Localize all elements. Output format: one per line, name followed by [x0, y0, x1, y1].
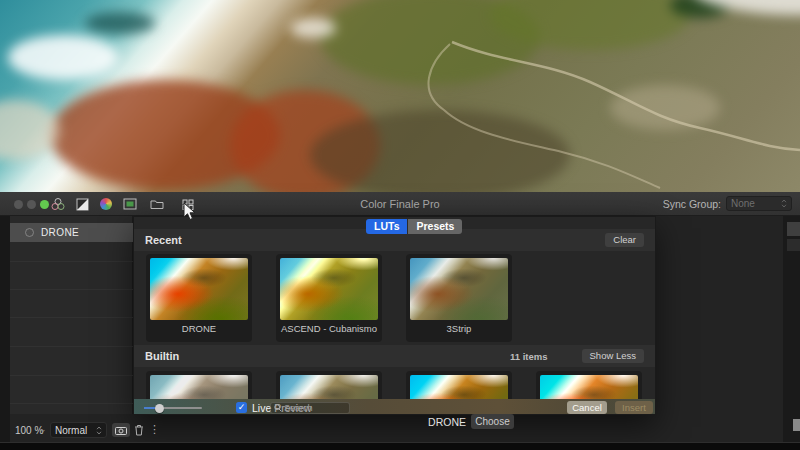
delete-button[interactable]	[133, 422, 145, 437]
trash-icon	[134, 424, 144, 436]
snapshot-button[interactable]	[112, 423, 130, 437]
lut-thumbnail	[150, 258, 248, 320]
tab-presets[interactable]: Presets	[407, 219, 462, 234]
lut-thumbnail	[280, 258, 378, 320]
tab-luts[interactable]: LUTs	[366, 219, 407, 234]
builtin-count: 11 items	[510, 351, 548, 362]
slider-thumb[interactable]	[155, 404, 164, 413]
recent-title: Recent	[145, 234, 605, 246]
choose-button[interactable]: Choose	[471, 414, 514, 429]
lut-browser-popup: LUTs Presets Recent Clear DRONE ASCEND -…	[133, 216, 656, 415]
zoom-dropdown-icon[interactable]: ⌄	[39, 424, 47, 434]
lut-card-ascend-cubanismo[interactable]: ASCEND - Cubanismo	[276, 254, 382, 342]
camera-icon	[115, 426, 127, 435]
video-preview	[0, 0, 800, 192]
blend-mode-select[interactable]: Normal	[50, 422, 107, 438]
layer-enable-icon[interactable]	[25, 228, 34, 237]
insert-button[interactable]: Insert	[615, 401, 653, 414]
popup-footer: ✓ Live Preview Cancel Insert	[134, 399, 655, 415]
clear-button[interactable]: Clear	[605, 233, 644, 247]
stepper-icon	[781, 199, 787, 208]
live-preview-checkbox[interactable]: ✓	[236, 402, 247, 413]
sidebar-item-drone[interactable]: DRONE	[10, 223, 133, 242]
builtin-title: Builtin	[145, 350, 510, 362]
layer-name: DRONE	[41, 227, 79, 238]
sync-group: Sync Group: None	[663, 196, 792, 211]
main-area: DRONE LUTs Presets Recent Clear DRONE	[0, 216, 800, 442]
bottom-strip	[0, 442, 800, 450]
search-field[interactable]	[270, 402, 350, 414]
stepper-icon	[96, 426, 102, 435]
lut-card-drone[interactable]: DRONE	[146, 254, 252, 342]
right-panel-strip	[783, 216, 800, 442]
lut-preset-tabs: LUTs Presets	[366, 219, 462, 234]
lut-thumbnail	[410, 258, 508, 320]
titlebar: Color Finale Pro Sync Group: None	[0, 192, 800, 216]
app-window: Color Finale Pro Sync Group: None DRONE	[0, 0, 800, 450]
more-options-button[interactable]: ⋮	[149, 421, 160, 437]
mouse-cursor	[183, 202, 197, 221]
lut-card-3strip[interactable]: 3Strip	[406, 254, 512, 342]
sync-group-label: Sync Group:	[663, 198, 721, 210]
current-lut-name: DRONE	[402, 416, 466, 428]
left-edge	[0, 216, 10, 442]
preview-strength-slider[interactable]	[144, 407, 202, 409]
search-input[interactable]	[284, 403, 346, 413]
cancel-button[interactable]: Cancel	[567, 401, 607, 414]
hiking-trail	[0, 0, 800, 192]
search-icon	[274, 404, 282, 412]
builtin-section-header: Builtin 11 items Show Less	[134, 345, 655, 367]
layers-sidebar: DRONE	[10, 216, 133, 414]
sync-group-select[interactable]: None	[726, 196, 792, 211]
show-less-button[interactable]: Show Less	[582, 349, 644, 363]
